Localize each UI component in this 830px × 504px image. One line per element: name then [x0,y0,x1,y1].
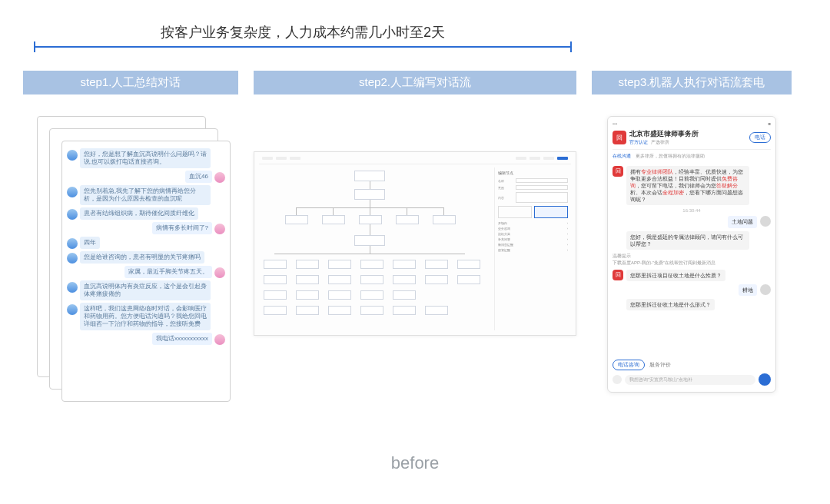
timeline-label: 按客户业务复杂度，人力成本约需几小时至2天 [34,23,572,41]
flow-canvas [259,167,494,330]
flow-node [264,290,287,300]
badge-selected: 严选律所 [651,139,669,146]
tab-online[interactable]: 在线沟通 [613,153,631,160]
flow-node [354,189,385,200]
flow-node [360,275,383,284]
avatar-icon [214,334,225,345]
avatar-icon [67,282,78,293]
step3-header: step3.机器人执行对话流套电 [592,71,792,94]
flow-node [354,171,385,181]
flow-node [296,306,319,315]
bot-avatar-icon: 回 [613,166,623,177]
avatar-icon [214,172,225,183]
tip-block: 温馨提示 下载百度APP-我的-"免费"在线帮您订阅到最新消息 [613,253,771,267]
bot-message: 您好，我是盛廷的专属法律顾问，请问有什么可以帮您？ [626,231,749,250]
mic-icon[interactable] [613,375,622,384]
phone-mock: •••■ 回 北京市盛廷律师事务所 官方认证 严选律所 电话 在线沟通 更多律所… [607,116,776,393]
flow-node [264,275,287,284]
avatar-icon [67,209,78,220]
flow-node [360,260,383,269]
flow-toolbar [259,157,571,164]
flow-node [296,290,319,300]
flow-side-title: 编辑节点 [498,171,568,175]
step1-column: step1.人工总结对话 您好，您是想了解血沉高说明什么问题吗？请说,也可以拨打… [23,71,238,416]
flow-node [296,260,319,269]
call-pill[interactable]: 电话咨询 [613,360,645,370]
badge-verified: 官方认证 [629,139,648,146]
avatar-icon [67,187,78,197]
flow-node [328,290,351,300]
flow-node [393,275,416,284]
flow-node [425,260,448,269]
flow-node [393,290,416,300]
chat-bubble: 您好，您是想了解血沉高说明什么问题吗？请说,也可以拨打电话直接咨询。 [80,148,211,168]
chat-bubble: 家属，最近手脚关节疼五天。 [124,266,212,278]
flow-node [264,260,287,269]
avatar-icon [67,238,78,249]
chat-bubble: 血沉高说明体内有炎症反应，这个是会引起身体疼痛疲倦的 [80,280,211,300]
chat-bubble: 四年 [80,237,100,249]
flow-node [354,235,385,246]
flow-node [328,260,351,269]
chat-bubble: 您先别着急,我先了解下您的病情再给您分析，是因为什么原因去检查的血沉呢 [80,185,211,205]
call-button[interactable]: 电话 [749,132,771,143]
avatar-icon [214,267,225,278]
bot-message: 您那里拆迁项目征收土地是什么性质？ [626,270,725,281]
flow-node [425,275,448,284]
phone-body: 回 拥有专业律师团队，经验丰富、优质快速，为您争取更多合法权益！目前我们同时提供… [613,163,771,356]
chat-bubble: 患者有结缔组织病，期待催化间质纤维化 [80,207,198,220]
timestamp: 16:30:44 [613,208,771,213]
user-avatar-icon [760,216,771,227]
chat-bubble: 病情有多长时间了? [152,222,212,234]
chat-bubble: 您是给谁咨询的，患者有明显的关节疼痛吗 [80,251,204,264]
chat-card-front: 您好，您是想了解血沉高说明什么问题吗？请说,也可以拨打电话直接咨询。 血沉46 … [61,141,231,402]
flow-node [396,215,419,224]
avatar-icon [67,304,78,315]
bot-avatar-icon: 回 [613,270,623,280]
flow-node [457,275,480,284]
chat-bubble: 我电话xxxxxxxxxxx [152,333,212,345]
flow-node [285,215,308,224]
step2-column: step2.人工编写对话流 [254,71,576,416]
flow-node [360,306,383,315]
flow-side-panel: 编辑节点 名称 意图 内容 开场白› 业务咨询› 挂机分类› 补充问答› 新消息… [494,167,571,330]
step1-header: step1.人工总结对话 [23,71,238,94]
timeline-line [34,46,572,48]
flow-node [359,215,382,224]
timeline: 按客户业务复杂度，人力成本约需几小时至2天 [34,23,572,48]
flow-node [433,215,456,224]
avatar-icon [214,224,225,234]
flow-node [360,290,383,300]
user-avatar-icon [760,284,771,295]
flow-node [393,306,416,315]
flow-node [457,260,480,269]
rating-link[interactable]: 服务评价 [649,361,671,369]
tab-more[interactable]: 更多律所，您值得拥有的法律援助 [636,153,705,160]
phone-header: 回 北京市盛廷律师事务所 官方认证 严选律所 电话 [613,129,771,150]
org-name: 北京市盛廷律师事务所 [629,129,699,139]
flow-editor: 编辑节点 名称 意图 内容 开场白› 业务咨询› 挂机分类› 补充问答› 新消息… [254,151,576,336]
flow-node [393,260,416,269]
flow-node [425,306,448,315]
flow-node [296,275,319,284]
flow-node [328,306,351,315]
before-label: before [391,453,439,473]
flow-node [322,215,345,224]
chat-bubble: 这样吧，我们这患网络临时对话，会影响医疗和药物用药。您方便电话沟通吗？我给您回电… [80,303,211,330]
step3-column: step3.机器人执行对话流套电 •••■ 回 北京市盛廷律师事务所 官方认证 … [592,71,792,416]
chat-input[interactable]: 我想咨询"安置房马鞍山"点地补 [625,375,755,385]
user-message: 耕地 [739,284,757,296]
flow-node [328,275,351,284]
columns: step1.人工总结对话 您好，您是想了解血沉高说明什么问题吗？请说,也可以拨打… [23,71,807,416]
chat-stack: 您好，您是想了解血沉高说明什么问题吗？请说,也可以拨打电话直接咨询。 血沉46 … [37,116,238,416]
user-message: 土地问题 [728,216,757,227]
bot-message: 您那里拆迁征收土地是什么形式？ [626,299,715,310]
step2-header: step2.人工编写对话流 [254,71,576,94]
flow-node [264,306,287,315]
avatar-icon [67,150,78,161]
avatar-icon [67,253,78,264]
chat-bubble: 血沉46 [185,171,212,183]
send-button[interactable] [759,373,771,386]
org-logo-icon: 回 [613,131,626,144]
bot-message: 拥有专业律师团队，经验丰富、优质快速，为您争取更多合法权益！目前我们同时提供免费… [626,166,749,205]
